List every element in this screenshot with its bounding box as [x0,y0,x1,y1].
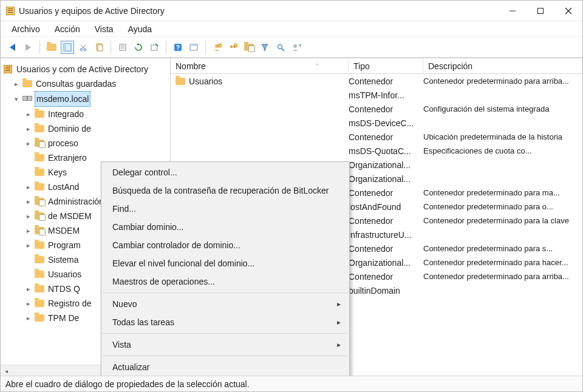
context-item[interactable]: Cambiar dominio... [101,218,349,236]
folder-icon [35,313,44,323]
expand-icon[interactable]: ▸ [25,195,32,208]
row-type: infrastructureU... [349,230,423,240]
context-item-label: Búsqueda de la contraseña de recuperació… [112,186,329,195]
expand-icon[interactable]: ▸ [25,238,32,252]
list-row[interactable]: ContenedorConfiguración del sistema inte… [171,102,582,116]
svg-rect-5 [64,44,66,51]
tree-item-label: Administración [47,194,105,209]
list-row[interactable]: msDS-QuotaC...Especificaciones de cuota … [171,144,582,158]
col-desc[interactable]: Descripción [423,58,582,73]
row-desc: Contenedor predeterminado para s... [423,244,582,253]
forward-button[interactable] [21,41,35,54]
export-button[interactable] [148,41,161,54]
scroll-left-icon[interactable]: ◂ [1,365,12,376]
row-type: Contenedor [349,216,423,226]
mmc-icon [3,64,13,74]
tree-item-label: MSDEM [47,223,81,238]
statusbar: Abre el cuadro de diálogo de propiedades… [1,376,582,391]
cut-button[interactable] [77,41,90,54]
row-name: Usuarios [189,76,222,86]
menu-help[interactable]: Ayuda [122,23,158,35]
row-desc: Contenedor predeterminado para arriba... [423,272,582,281]
row-desc: Especificaciones de cuota co... [423,146,582,155]
tree-domain-label: msdemo.local [35,91,90,107]
properties-button[interactable] [116,41,129,54]
expand-icon[interactable]: ▸ [13,77,20,90]
new-group-button[interactable] [227,41,240,54]
context-item[interactable]: Find... [101,200,349,218]
folder-icon [35,124,44,133]
new-ou-button[interactable] [242,41,256,54]
expand-icon[interactable]: ▸ [25,107,32,121]
row-type: lostAndFound [349,202,423,212]
row-desc: Contenedor predeterminado para arriba... [423,76,582,86]
folder-ou-icon [35,138,44,148]
expand-icon[interactable]: ▸ [25,297,32,310]
list-row[interactable]: msDS-DeviceC... [171,116,582,130]
svg-point-19 [218,44,222,47]
context-separator [103,292,348,293]
tree-item[interactable]: ▸Integrado [1,107,170,121]
context-item[interactable]: Cambiar controlador de dominio... [101,236,349,254]
folder-ou-icon [35,211,44,221]
context-item[interactable]: Vista▸ [101,336,349,354]
minimize-button[interactable] [499,2,527,20]
tree-item-label: Integrado [47,107,85,121]
tree-saved-queries[interactable]: ▸ Consultas guardadas [1,76,170,91]
expand-icon[interactable]: ▸ [25,122,32,135]
help-button[interactable]: ? [171,41,185,54]
add-member-button[interactable]: + [290,41,303,54]
refresh-button[interactable] [132,41,145,54]
tree-item[interactable]: ▸proceso [1,136,170,150]
search-button[interactable] [274,41,287,54]
list-row[interactable]: UsuariosContenedorContenedor predetermin… [171,74,582,88]
menu-action[interactable]: Acción [49,23,86,35]
list-row[interactable]: msTPM-Infor... [171,88,582,102]
menubar: Archivo Acción Vista Ayuda [1,21,582,37]
folder-icon [176,76,185,86]
expand-icon[interactable]: ▸ [25,224,32,237]
menu-file[interactable]: Archivo [5,23,46,35]
col-name[interactable]: Nombre ˅ [171,58,349,73]
copy-button[interactable] [92,41,106,54]
menu-view[interactable]: Vista [89,23,120,35]
context-item[interactable]: Delegar control... [101,163,349,181]
expand-icon[interactable]: ▸ [25,311,32,325]
list-row[interactable]: ContenedorUbicación predeterminada de la… [171,130,582,144]
close-button[interactable] [554,2,582,20]
context-item[interactable]: Maestros de operaciones... [101,272,349,291]
row-type: msDS-DeviceC... [349,118,423,128]
filter-button[interactable] [258,41,271,54]
context-item[interactable]: Nuevo▸ [101,295,349,313]
tree-item[interactable]: ▸Dominio de [1,121,170,136]
expand-icon[interactable]: ▸ [25,180,32,194]
tree-item-label: Usuarios [47,267,83,282]
up-button[interactable] [45,41,58,54]
tree-domain[interactable]: ▾ msdemo.local [1,91,170,107]
expand-icon[interactable]: ▸ [25,137,32,150]
context-item-label: Find... [112,204,136,214]
show-tree-button[interactable] [61,41,74,54]
expand-icon[interactable]: ▸ [25,282,32,296]
content-area: Usuarios y com de Active Directory ▸ Con… [1,58,582,376]
row-type: Organizational... [349,258,423,268]
new-user-button[interactable] [211,41,224,54]
collapse-icon[interactable]: ▾ [13,92,20,106]
row-type: Organizational... [349,174,423,184]
context-item[interactable]: Actualizar [101,358,349,376]
back-button[interactable] [5,41,19,54]
context-item[interactable]: Búsqueda de la contraseña de recuperació… [101,181,349,200]
row-type: msDS-QuotaC... [349,146,423,156]
row-desc: Contenedor predeterminado para hacer... [423,258,582,267]
expand-icon[interactable]: ▸ [25,209,32,223]
find-button[interactable] [187,41,200,54]
folder-icon [22,79,32,89]
svg-text:?: ? [176,44,180,51]
svg-rect-17 [190,44,197,46]
context-item[interactable]: Todas las tareas▸ [101,313,349,331]
maximize-button[interactable] [527,2,554,20]
folder-ou-icon [244,44,254,51]
tree-root[interactable]: Usuarios y com de Active Directory [1,62,170,76]
col-type[interactable]: Tipo [349,58,423,73]
context-item[interactable]: Elevar el nivel funcional del dominio... [101,254,349,272]
